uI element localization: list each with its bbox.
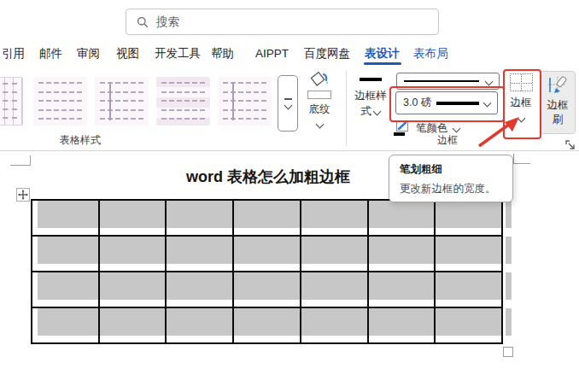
table-cell[interactable] (369, 237, 435, 271)
text-boundary-corner-mark (513, 163, 530, 164)
group-separator (346, 71, 347, 145)
line-style-combobox[interactable] (396, 73, 500, 90)
table-cell[interactable] (301, 237, 367, 271)
table-cell[interactable] (436, 272, 501, 307)
table-cell[interactable] (234, 237, 300, 271)
tooltip-body: 更改新边框的宽度。 (400, 182, 502, 196)
table-cell[interactable] (100, 272, 166, 307)
border-style-line-icon (360, 78, 382, 81)
table-cell[interactable] (167, 308, 232, 342)
border-painter-label: 边框刷 (545, 98, 570, 127)
row-end-shading (506, 201, 512, 228)
border-styles-label: 边框样式 (354, 90, 387, 117)
borders-grid-icon (510, 73, 533, 91)
paint-bucket-icon (307, 71, 331, 90)
tooltip: 笔划粗细 更改新边框的宽度。 (389, 155, 513, 202)
line-style-sample (404, 80, 479, 82)
table-cell[interactable] (167, 201, 232, 235)
table-cell[interactable] (100, 308, 166, 342)
document-table[interactable] (31, 199, 503, 344)
row-end-stubs (506, 201, 512, 342)
text-boundary-corner-mark (513, 154, 514, 164)
table-cell[interactable] (369, 272, 435, 307)
chevron-down-icon (315, 120, 324, 129)
table-cell[interactable] (167, 237, 232, 271)
border-painter-button[interactable]: 边框刷 (540, 71, 576, 134)
table-cell[interactable] (369, 308, 435, 342)
tab-help[interactable]: 帮助 (211, 44, 234, 63)
borders-dialog-launcher-icon[interactable] (564, 139, 576, 151)
gallery-more-icon (284, 98, 292, 100)
tab-aippt[interactable]: AIPPT (255, 44, 289, 63)
table-style-thumbnail[interactable] (156, 77, 210, 126)
active-tab-underline (364, 62, 401, 65)
table-cell[interactable] (32, 201, 98, 235)
search-input[interactable]: 搜索 (126, 9, 439, 35)
search-icon (137, 16, 149, 28)
table-styles-more-button[interactable] (278, 75, 298, 132)
border-painter-icon (547, 75, 569, 96)
row-end-shading (506, 272, 512, 300)
text-boundary-corner-mark (10, 165, 31, 166)
table-cell[interactable] (32, 308, 98, 342)
table-cell[interactable] (301, 272, 367, 307)
table-cell[interactable] (32, 237, 98, 271)
table-cell[interactable] (100, 237, 166, 271)
word-window: 搜索 引用 邮件 审阅 视图 开发工具 帮助 AIPPT 百度网盘 表设计 表布… (0, 0, 579, 392)
tab-table-layout[interactable]: 表布局 (413, 44, 448, 63)
tooltip-title: 笔划粗细 (400, 162, 502, 177)
shading-button[interactable]: 底纹 (299, 71, 340, 131)
tab-developer[interactable]: 开发工具 (155, 44, 201, 63)
borders-label: 边框 (511, 96, 532, 110)
search-placeholder: 搜索 (156, 15, 179, 30)
chevron-down-icon (373, 108, 382, 116)
chevron-down-icon (485, 77, 494, 85)
ribbon-bottom-border (0, 150, 579, 151)
chevron-down-icon (517, 114, 525, 123)
tab-mailings[interactable]: 邮件 (39, 44, 62, 63)
table-style-thumbnail[interactable] (95, 77, 149, 126)
line-weight-value: 3.0 磅 (403, 96, 431, 110)
table-cell[interactable] (301, 308, 367, 342)
table-style-thumbnail[interactable] (218, 77, 272, 126)
table-style-thumbnail[interactable] (0, 77, 23, 126)
tab-table-design[interactable]: 表设计 (365, 44, 400, 63)
tab-references[interactable]: 引用 (2, 44, 25, 63)
line-weight-sample (436, 102, 479, 105)
table-style-thumbnail[interactable] (33, 77, 87, 126)
tab-view[interactable]: 视图 (116, 44, 139, 63)
tab-baidu-netdisk[interactable]: 百度网盘 (304, 44, 350, 63)
chevron-down-icon (284, 101, 292, 109)
border-styles-button[interactable]: 边框样式 (348, 75, 393, 119)
table-cell[interactable] (369, 201, 435, 235)
table-cell[interactable] (234, 272, 300, 307)
table-resize-handle[interactable] (503, 347, 513, 357)
table-move-handle[interactable] (16, 188, 30, 202)
move-arrows-icon (18, 190, 28, 200)
text-boundary-corner-mark (30, 155, 31, 166)
chevron-down-icon (452, 124, 460, 132)
shading-color-swatch (307, 91, 331, 99)
chevron-down-icon (483, 99, 492, 108)
table-cell[interactable] (167, 272, 232, 307)
table-cell[interactable] (436, 201, 501, 235)
borders-button[interactable]: 边框 (506, 73, 536, 121)
borders-group-label: 边框 (401, 133, 494, 148)
table-cell[interactable] (32, 272, 98, 307)
table-cell[interactable] (436, 237, 501, 271)
tab-review[interactable]: 审阅 (77, 44, 100, 63)
table-cell[interactable] (436, 308, 501, 342)
table-cell[interactable] (100, 201, 166, 235)
shading-label: 底纹 (309, 102, 330, 117)
table-cell[interactable] (234, 201, 300, 235)
line-weight-combobox[interactable]: 3.0 磅 (395, 91, 498, 114)
table-styles-group-label: 表格样式 (33, 133, 127, 148)
row-end-shading (506, 308, 512, 336)
table-cell[interactable] (301, 201, 367, 235)
table-cell[interactable] (234, 308, 300, 342)
row-end-shading (506, 237, 512, 264)
